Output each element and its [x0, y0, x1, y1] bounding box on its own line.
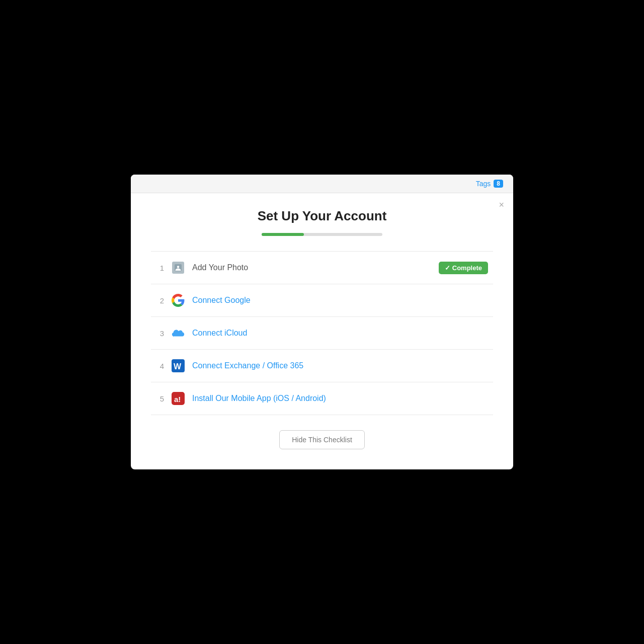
item-number-3: 3 [156, 329, 164, 338]
checklist-item-1: 1 Add Your Photo ✓ Complete [151, 252, 493, 284]
item-label-3[interactable]: Connect iCloud [192, 329, 488, 338]
mobile-app-icon: a! [171, 391, 185, 406]
item-number-5: 5 [156, 394, 164, 403]
photo-icon [171, 261, 185, 275]
google-icon [171, 293, 185, 307]
checklist-item-3: 3 Connect iCloud [151, 317, 493, 350]
progress-fill [262, 233, 304, 236]
close-button[interactable]: × [499, 200, 504, 209]
hide-checklist-button[interactable]: Hide This Checklist [279, 430, 365, 449]
item-label-5[interactable]: Install Our Mobile App (iOS / Android) [192, 394, 488, 403]
top-bar: Tags 8 [131, 175, 513, 193]
progress-bar-container [151, 233, 493, 236]
tags-button[interactable]: Tags 8 [476, 180, 503, 188]
modal-body: × Set Up Your Account 1 [131, 193, 513, 469]
tags-count: 8 [494, 180, 503, 188]
progress-track [262, 233, 382, 236]
office365-icon: W [171, 359, 185, 373]
item-label-2[interactable]: Connect Google [192, 296, 488, 305]
checklist-item-4: 4 W Connect Exchange / Office 365 [151, 350, 493, 382]
tags-label: Tags [476, 180, 491, 188]
checklist: 1 Add Your Photo ✓ Complete 2 [151, 251, 493, 415]
checklist-item-2: 2 Connect Google [151, 284, 493, 317]
item-number-2: 2 [156, 296, 164, 305]
item-label-4[interactable]: Connect Exchange / Office 365 [192, 361, 488, 370]
svg-text:W: W [174, 362, 182, 371]
item-number-4: 4 [156, 362, 164, 370]
icloud-icon [171, 326, 185, 340]
svg-text:a!: a! [174, 395, 181, 404]
item-number-1: 1 [156, 264, 164, 272]
svg-point-1 [177, 266, 179, 268]
setup-modal: Tags 8 × Set Up Your Account 1 [131, 175, 513, 469]
complete-badge-1: ✓ Complete [439, 262, 488, 274]
checklist-item-5: 5 a! Install Our Mobile App (iOS / Andro… [151, 382, 493, 415]
item-label-1: Add Your Photo [192, 263, 432, 272]
modal-title: Set Up Your Account [151, 208, 493, 224]
